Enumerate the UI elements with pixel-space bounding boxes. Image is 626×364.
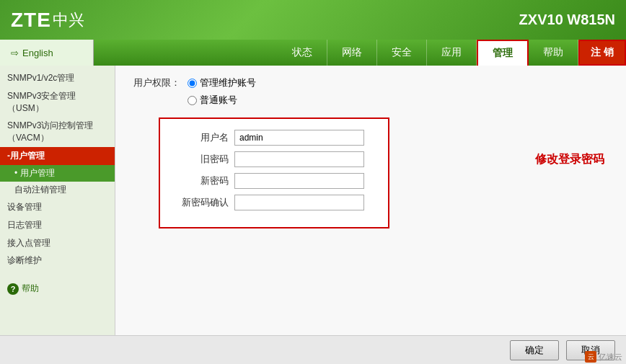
annotation-text: 修改登录密码 <box>535 152 604 167</box>
tab-manage[interactable]: 管理 <box>477 40 529 66</box>
permission-row-admin: 用户权限： 管理维护账号 <box>130 76 612 89</box>
tab-app[interactable]: 应用 <box>427 40 477 66</box>
sidebar-item-access[interactable]: 接入点管理 <box>0 234 115 252</box>
sidebar-item-diagnostic[interactable]: 诊断维护 <box>0 252 115 270</box>
radio-admin-label: 管理维护账号 <box>200 76 256 89</box>
main-area: SNMPv1/v2c管理 SNMPv3安全管理（USM） SNMPv3访问控制管… <box>0 66 626 335</box>
navbar: ⇨ English 状态 网络 安全 应用 管理 帮助 注 销 <box>0 40 626 66</box>
tab-status[interactable]: 状态 <box>278 40 327 66</box>
confirm-password-input[interactable] <box>234 195 364 210</box>
tab-network[interactable]: 网络 <box>327 40 377 66</box>
sidebar-item-auto-logout[interactable]: 自动注销管理 <box>0 182 115 198</box>
logo: ZTE 中兴 <box>11 9 84 32</box>
lang-selector[interactable]: ⇨ English <box>0 40 94 66</box>
sidebar: SNMPv1/v2c管理 SNMPv3安全管理（USM） SNMPv3访问控制管… <box>0 66 115 335</box>
sidebar-help[interactable]: ? 帮助 <box>0 277 115 301</box>
sidebar-item-device[interactable]: 设备管理 <box>0 198 115 216</box>
confirm-button[interactable]: 确定 <box>510 340 559 360</box>
sidebar-item-user-manage[interactable]: 用户管理 <box>0 165 115 182</box>
form-row-confirm-password: 新密码确认 <box>175 195 374 210</box>
sidebar-item-log[interactable]: 日志管理 <box>0 216 115 234</box>
sidebar-item-snmpv3acl[interactable]: SNMPv3访问控制管理（VACM） <box>0 117 115 147</box>
help-icon: ? <box>7 283 19 295</box>
radio-admin-option[interactable]: 管理维护账号 <box>188 76 256 89</box>
header: ZTE 中兴 ZXV10 W815N <box>0 0 626 40</box>
nav-tabs: 状态 网络 安全 应用 管理 帮助 注 销 <box>94 40 626 66</box>
lang-arrow-icon: ⇨ <box>11 48 19 58</box>
footer: 确定 取消 云 亿速云 <box>0 335 626 364</box>
permission-label: 用户权限： <box>130 76 180 89</box>
product-name: ZXV10 W815N <box>519 12 615 28</box>
confirm-password-label: 新密码确认 <box>175 196 229 209</box>
form-row-new-password: 新密码 <box>175 173 374 189</box>
content-area: 用户权限： 管理维护账号 普通账号 用户名 旧密码 <box>115 66 626 335</box>
permission-row-normal: 普通账号 <box>130 94 612 107</box>
sidebar-item-snmpv3[interactable]: SNMPv3安全管理（USM） <box>0 87 115 117</box>
radio-normal-label: 普通账号 <box>200 94 237 107</box>
tab-help[interactable]: 帮助 <box>529 40 578 66</box>
help-label: 帮助 <box>22 283 39 295</box>
sidebar-item-snmpv1[interactable]: SNMPv1/v2c管理 <box>0 69 115 87</box>
logo-zte-text: ZTE <box>11 9 51 32</box>
user-form-box: 用户名 旧密码 新密码 新密码确认 <box>159 117 389 228</box>
new-password-input[interactable] <box>234 173 364 189</box>
radio-normal-input[interactable] <box>188 96 197 105</box>
lang-label: English <box>22 48 53 58</box>
radio-admin-input[interactable] <box>188 79 197 88</box>
sidebar-group-user[interactable]: -用户管理 <box>0 147 115 165</box>
watermark: 云 亿速云 <box>585 351 622 363</box>
username-label: 用户名 <box>175 131 229 144</box>
tab-security[interactable]: 安全 <box>377 40 427 66</box>
username-input[interactable] <box>234 130 364 146</box>
watermark-text: 亿速云 <box>599 352 622 363</box>
radio-normal-option[interactable]: 普通账号 <box>188 94 237 107</box>
form-row-old-password: 旧密码 <box>175 151 374 167</box>
logo-zh-text: 中兴 <box>53 9 84 31</box>
old-password-label: 旧密码 <box>175 153 229 166</box>
new-password-label: 新密码 <box>175 174 229 187</box>
logout-button[interactable]: 注 销 <box>578 40 626 66</box>
old-password-input[interactable] <box>234 151 364 167</box>
permission-section: 用户权限： 管理维护账号 普通账号 <box>130 76 612 107</box>
watermark-icon: 云 <box>585 351 596 363</box>
form-row-username: 用户名 <box>175 130 374 146</box>
